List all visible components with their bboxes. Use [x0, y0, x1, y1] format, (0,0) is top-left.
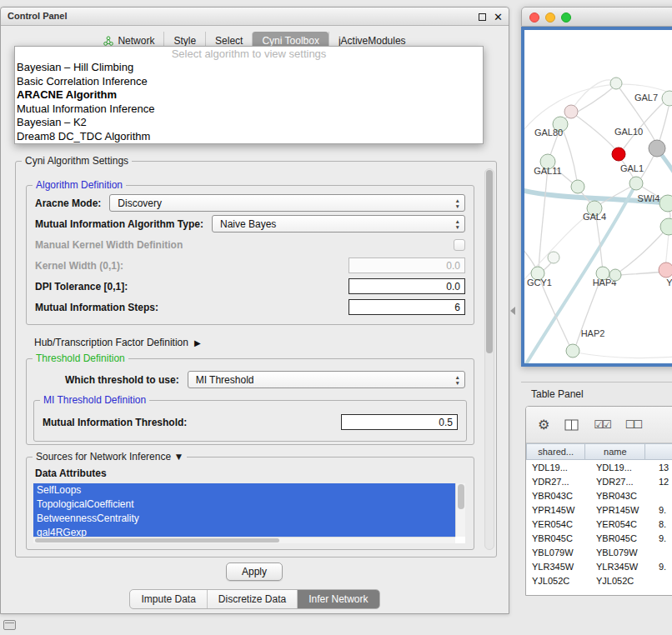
table-row[interactable]: YBR043CYBR043C	[526, 488, 672, 502]
network-edge[interactable]	[659, 107, 669, 141]
column-header-shared[interactable]: shared...	[526, 443, 585, 460]
network-node-hap2[interactable]	[566, 344, 579, 358]
table-rows: YDL19...YDL19...13YDR27...YDR27...12YBR0…	[526, 460, 672, 588]
network-node[interactable]	[610, 78, 622, 89]
algorithm-option-dream8-dc-tdc-algorithm[interactable]: Dream8 DC_TDC Algorithm	[15, 130, 483, 144]
kernel-width-field	[349, 258, 465, 273]
network-node[interactable]	[649, 140, 665, 157]
table-row[interactable]: YJL052CYJL052C	[526, 573, 672, 588]
network-edge[interactable]	[576, 352, 672, 358]
network-edge[interactable]	[619, 229, 666, 272]
table-row[interactable]: YPR145WYPR145W9.	[526, 502, 672, 517]
network-icon	[103, 36, 113, 46]
table-toolbar: ⚙ ☑☑ ☐☐	[526, 407, 672, 443]
table-cell: YLR345W	[590, 562, 656, 572]
aracne-mode-select[interactable]: Discovery ▲▼	[109, 194, 465, 212]
tab-impute-data[interactable]: Impute Data	[130, 590, 206, 608]
column-header-col2[interactable]	[644, 443, 672, 460]
table-cell: YBL079W	[590, 548, 656, 558]
mi-threshold-group-title: MI Threshold Definition	[40, 394, 149, 406]
splitter-collapse-arrow[interactable]	[510, 307, 515, 315]
network-node[interactable]	[660, 218, 672, 235]
window-buttons: ✕	[479, 8, 503, 26]
table-row[interactable]: YDR27...YDR27...12	[526, 474, 672, 488]
attribute-item-topologicalcoefficient[interactable]: TopologicalCoefficient	[33, 498, 455, 512]
table-row[interactable]: YBR045CYBR045C9.	[526, 531, 672, 545]
minimize-window-button[interactable]	[545, 12, 555, 22]
table-row[interactable]: YER054CYER054C8.	[526, 517, 672, 531]
list-vertical-scrollbar[interactable]	[455, 483, 465, 537]
zoom-window-button[interactable]	[561, 12, 571, 22]
algorithm-definition-title: Algorithm Definition	[33, 179, 126, 191]
tab-discretize-data[interactable]: Discretize Data	[207, 590, 297, 608]
network-node[interactable]	[548, 252, 559, 263]
cyni-settings-title: Cyni Algorithm Settings	[22, 155, 132, 167]
scrollbar-thumb[interactable]	[458, 484, 464, 509]
mi-threshold-field[interactable]	[341, 414, 458, 430]
attribute-item-betweennesscentrality[interactable]: BetweennessCentrality	[33, 512, 455, 526]
list-horizontal-scrollbar[interactable]	[33, 537, 455, 543]
algorithm-option-bayesian-k2[interactable]: Bayesian – K2	[15, 116, 483, 130]
column-header-name[interactable]: name	[584, 443, 645, 460]
table-panel-title: Table Panel	[531, 388, 584, 400]
table-row[interactable]: YDL19...YDL19...13	[526, 460, 672, 474]
float-window-icon[interactable]	[479, 13, 486, 21]
table-cell: YBR043C	[590, 491, 656, 501]
node-label: SWI4	[638, 193, 660, 203]
select-all-icon[interactable]: ☑☑	[594, 418, 609, 431]
attribute-item-selfloops[interactable]: SelfLoops	[33, 483, 455, 498]
close-window-button[interactable]	[529, 12, 539, 22]
settings-scrollbar[interactable]	[484, 168, 494, 550]
dock-panel-icon[interactable]	[3, 620, 16, 630]
manual-kernel-row: Manual Kernel Width Definition	[35, 236, 465, 253]
dpi-tolerance-field[interactable]	[349, 278, 465, 294]
sources-group-title[interactable]: Sources for Network Inference ▼	[33, 451, 187, 462]
gear-icon[interactable]: ⚙	[538, 418, 549, 432]
network-edge[interactable]	[561, 126, 577, 181]
network-edge[interactable]	[524, 246, 537, 270]
node-label: GAL4	[583, 212, 606, 222]
deselect-all-icon[interactable]: ☐☐	[625, 418, 641, 431]
network-edge[interactable]	[619, 272, 664, 275]
combo-arrows-icon: ▲▼	[455, 374, 460, 386]
scrollbar-thumb[interactable]	[486, 170, 493, 353]
table-row[interactable]: YLR345WYLR345W9.	[526, 559, 672, 573]
mi-threshold-label: Mutual Information Threshold:	[43, 417, 187, 428]
tab-label: Cyni Toolbox	[262, 35, 318, 47]
columns-icon[interactable]	[564, 419, 579, 431]
table-cell: YBL079W	[526, 548, 590, 558]
mi-algorithm-select[interactable]: Naive Bayes ▲▼	[212, 215, 465, 232]
table-cell: YJL052C	[590, 576, 656, 586]
table-cell: 9.	[656, 562, 672, 572]
scrollbar-thumb[interactable]	[35, 538, 279, 542]
network-canvas[interactable]: GAL7GAL80GAL10GAL11GAL1SWI4GAL4GCY1HAP4Y…	[524, 30, 672, 363]
network-node-swi4[interactable]	[659, 195, 672, 212]
expand-arrow-icon: ▶	[194, 338, 201, 348]
which-threshold-select[interactable]: MI Threshold ▲▼	[188, 371, 465, 388]
network-node-gal10[interactable]	[612, 148, 625, 161]
control-panel-titlebar[interactable]: Control Panel ✕	[1, 8, 509, 26]
algorithm-option-aracne-algorithm[interactable]: ARACNE Algorithm	[15, 88, 483, 102]
network-node[interactable]	[564, 105, 578, 118]
table-cell: YDL19...	[526, 462, 590, 472]
network-edge[interactable]	[572, 80, 614, 109]
network-edge[interactable]	[665, 233, 669, 267]
network-node-gal1[interactable]	[629, 177, 643, 190]
algorithm-option-basic-correlation-inference[interactable]: Basic Correlation Inference	[15, 75, 483, 89]
sources-group: Sources for Network Inference ▼ Data Att…	[26, 457, 474, 550]
table-cell: YDL19...	[590, 462, 656, 472]
algorithm-option-bayesian-hill-climbing[interactable]: Bayesian – Hill Climbing	[15, 61, 483, 75]
hub-definition-expander[interactable]: Hub/Transcription Factor Definition ▶	[34, 337, 201, 348]
network-node[interactable]	[609, 269, 621, 281]
tab-infer-network[interactable]: Infer Network	[297, 590, 379, 608]
apply-button[interactable]: Apply	[226, 562, 283, 581]
network-node-y[interactable]	[659, 262, 672, 278]
network-node[interactable]	[571, 180, 584, 193]
network-node-gal7[interactable]	[662, 91, 672, 106]
network-edge[interactable]	[572, 112, 615, 149]
network-window-titlebar[interactable]	[521, 7, 672, 27]
close-icon[interactable]: ✕	[494, 12, 503, 22]
algorithm-option-mutual-information-inference[interactable]: Mutual Information Inference	[15, 102, 483, 117]
mi-steps-field[interactable]	[349, 299, 465, 315]
table-row[interactable]: YBL079WYBL079W	[526, 545, 672, 559]
